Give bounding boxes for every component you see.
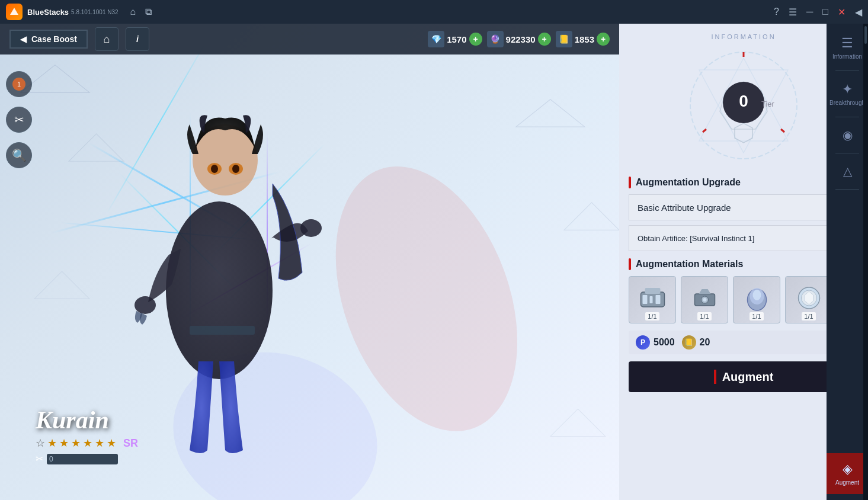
- app-version: 5.8.101.1001 N32: [71, 9, 118, 15]
- currency-1-plus-button[interactable]: +: [469, 33, 482, 46]
- sidebar-item-information[interactable]: ☰ Information: [828, 30, 867, 66]
- star-5: ★: [83, 437, 92, 450]
- material-4-count: 1/1: [802, 312, 815, 320]
- search-icon-button[interactable]: 🔍: [6, 142, 32, 168]
- sidebar-toggle[interactable]: ◀: [855, 7, 862, 18]
- cost-item-2: 📒 20: [682, 335, 710, 350]
- cost-1-amount: 5000: [654, 337, 675, 348]
- material-item-1[interactable]: 1/1: [629, 276, 676, 323]
- character-info: Kurain ☆ ★ ★ ★ ★ ★ ★ SR ✂ 0: [36, 406, 138, 464]
- left-action-icons: 1 ✂ 🔍: [6, 71, 32, 168]
- augment-button[interactable]: Augment: [629, 361, 859, 392]
- materials-section-title: Augmentation Materials: [629, 258, 859, 270]
- svg-marker-0: [10, 8, 18, 15]
- info-header: INFORMATION: [631, 33, 856, 40]
- material-1-icon: [636, 281, 669, 314]
- svg-point-16: [134, 296, 156, 314]
- currency-2-plus-button[interactable]: +: [538, 33, 551, 46]
- maximize-button[interactable]: □: [822, 7, 828, 17]
- layers-icon[interactable]: ⧉: [145, 7, 152, 17]
- svg-rect-15: [190, 326, 255, 335]
- tier-circle-container: 0 Tier: [631, 46, 856, 165]
- side-nav: ☰ Information ✦ Breakthrough ◉ △ ◈ Augme…: [827, 24, 868, 500]
- svg-marker-6: [550, 409, 606, 436]
- character-rank: SR: [123, 437, 138, 450]
- svg-point-13: [211, 165, 218, 173]
- augment-nav-icon: ◈: [843, 461, 853, 477]
- svg-marker-4: [564, 203, 619, 230]
- book-icon: 📒: [684, 338, 693, 347]
- back-button[interactable]: ◀ Case Boost: [9, 30, 88, 49]
- character-stars: ☆ ★ ★ ★ ★ ★ ★ SR: [36, 437, 138, 450]
- exp-scissors-icon: ✂: [36, 453, 43, 464]
- minimize-button[interactable]: ─: [806, 7, 813, 17]
- currency-item-2: 🔮 922330 +: [487, 31, 551, 47]
- star-1: ☆: [36, 437, 45, 450]
- svg-rect-31: [642, 295, 647, 304]
- title-bar: BlueStacks 5.8.101.1001 N32 ⌂ ⧉ ? ☰ ─ □ …: [0, 0, 868, 24]
- currency-2-icon: 🔮: [487, 31, 504, 47]
- sidebar-item-augment[interactable]: ◈ Augment: [827, 453, 868, 494]
- currency-3-icon: 📒: [556, 31, 572, 47]
- svg-point-14: [232, 165, 239, 173]
- section-bar-accent: [629, 177, 631, 188]
- currency-3-amount: 1853: [575, 34, 594, 44]
- scissors-icon-button[interactable]: ✂: [6, 107, 32, 133]
- exp-value: 0: [49, 455, 53, 463]
- obtain-artifice-label: Obtain Artifice: [Survival Instinct 1]: [638, 234, 754, 243]
- sidebar-item-4[interactable]: △: [828, 158, 867, 184]
- material-2-count: 1/1: [697, 312, 711, 320]
- breakthrough-icon: ✦: [842, 82, 853, 97]
- material-item-2[interactable]: 1/1: [681, 276, 728, 323]
- cost-2-icon: 📒: [682, 335, 696, 350]
- augment-nav-label: Augment: [835, 479, 859, 486]
- sidebar-item-3[interactable]: ◉: [828, 122, 867, 148]
- tier-diagram: 0 Tier: [684, 46, 803, 165]
- home-nav-icon: ⌂: [104, 33, 110, 46]
- home-nav-button[interactable]: ⌂: [95, 27, 118, 51]
- svg-rect-33: [655, 295, 660, 304]
- obtain-artifice-item[interactable]: Obtain Artifice: [Survival Instinct 1] i: [629, 225, 859, 251]
- currency-1-icon: 💎: [428, 31, 444, 47]
- material-3-count: 1/1: [750, 312, 763, 320]
- materials-bar-accent: [629, 258, 631, 270]
- side-nav-divider-2: [835, 117, 859, 117]
- currency-bar: 💎 1570 + 🔮 922330 + 📒 1853 +: [428, 31, 610, 47]
- side-scrollbar: [863, 24, 868, 500]
- close-button[interactable]: ✕: [838, 7, 845, 18]
- info-nav-button[interactable]: i: [126, 27, 149, 51]
- breakthrough-label: Breakthrough: [829, 100, 865, 106]
- home-icon[interactable]: ⌂: [130, 7, 136, 17]
- material-item-4[interactable]: 1/1: [785, 276, 832, 323]
- basic-attribute-upgrade-item[interactable]: Basic Attribute Upgrade i: [629, 194, 859, 220]
- information-label: Information: [832, 53, 862, 60]
- augment-button-label: Augment: [722, 370, 774, 384]
- currency-item-3: 📒 1853 +: [556, 31, 610, 47]
- basic-upgrade-label: Basic Attribute Upgrade: [638, 203, 731, 213]
- svg-point-39: [752, 290, 761, 300]
- augmentation-section-title: Augmentation Upgrade: [629, 177, 859, 188]
- svg-rect-30: [645, 288, 660, 294]
- star-3: ★: [59, 437, 69, 450]
- cost-2-amount: 20: [700, 337, 710, 348]
- currency-3-plus-button[interactable]: +: [597, 33, 610, 46]
- star-7: ★: [107, 437, 116, 450]
- menu-icon[interactable]: ☰: [789, 7, 797, 18]
- target-icon-button[interactable]: 1: [6, 71, 32, 97]
- svg-rect-32: [649, 296, 652, 303]
- material-3-icon: [741, 281, 773, 314]
- p-icon: P: [640, 338, 645, 347]
- info-nav-icon: i: [136, 34, 139, 44]
- currency-1-amount: 1570: [447, 34, 466, 44]
- character-name: Kurain: [36, 406, 138, 434]
- window-controls: ? ☰ ─ □ ✕ ◀: [774, 7, 862, 18]
- svg-line-24: [703, 129, 706, 132]
- material-item-3[interactable]: 1/1: [733, 276, 780, 323]
- help-icon[interactable]: ?: [774, 7, 779, 17]
- sidebar-item-breakthrough[interactable]: ✦ Breakthrough: [828, 76, 867, 112]
- materials-title-text: Augmentation Materials: [636, 259, 743, 270]
- nav-icon-4: △: [843, 164, 852, 178]
- character-exp-bar: ✂ 0: [36, 453, 138, 464]
- game-navbar: ◀ Case Boost ⌂ i 💎 1570 + 🔮 922330 +: [0, 24, 619, 55]
- svg-point-36: [703, 298, 706, 302]
